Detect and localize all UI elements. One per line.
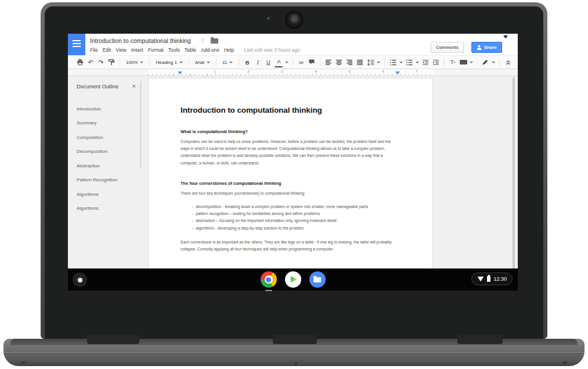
chevron-down-icon[interactable]	[399, 62, 403, 63]
comments-button[interactable]: Comments	[431, 42, 464, 53]
print-icon	[77, 59, 84, 66]
chevron-down-icon[interactable]	[285, 62, 288, 63]
document-outline-panel: Document Outline × Introduction Summary …	[68, 76, 142, 268]
numbered-list-button[interactable]	[389, 58, 397, 67]
insert-comment-button[interactable]	[308, 58, 316, 67]
move-to-folder-icon[interactable]	[211, 38, 218, 44]
align-justify-button[interactable]	[356, 58, 364, 67]
line-spacing-icon	[367, 59, 374, 66]
doc-heading-cornerstones: The four cornerstones of computational t…	[181, 180, 388, 187]
menu-insert[interactable]: Insert	[131, 47, 143, 53]
chevron-down-icon[interactable]	[377, 62, 380, 63]
system-tray[interactable]: 12:30	[471, 273, 513, 285]
files-app-icon[interactable]	[309, 271, 326, 288]
clear-formatting-button[interactable]: Tx	[449, 58, 457, 67]
align-right-button[interactable]	[345, 58, 353, 67]
align-center-button[interactable]	[335, 58, 343, 67]
google-docs-logo-icon[interactable]	[68, 34, 85, 55]
hinge	[87, 335, 139, 344]
chevron-down-icon	[229, 62, 233, 63]
webcam	[285, 11, 303, 29]
menu-file[interactable]: File	[90, 47, 98, 53]
chromeos-shelf: 12:30	[68, 268, 518, 291]
undo-button[interactable]: ↶	[86, 58, 95, 67]
outline-item-summary[interactable]: Summary	[77, 120, 96, 126]
doc-paragraph-1: Computers can be used to help us solve p…	[181, 138, 392, 167]
launcher-dot-icon	[78, 278, 82, 282]
print-button[interactable]	[76, 58, 84, 67]
outline-item-introduction[interactable]: Introduction	[77, 106, 101, 112]
increase-indent-button[interactable]	[432, 58, 440, 67]
outline-item-computation[interactable]: Computation	[77, 135, 103, 140]
doc-bullet-abstraction: -abstraction – focusing on the important…	[192, 217, 388, 224]
launcher-button[interactable]	[73, 273, 87, 287]
redo-button[interactable]: ↷	[97, 58, 105, 67]
star-icon[interactable]: ☆	[200, 37, 205, 44]
keyboard-icon	[460, 60, 467, 65]
menu-addons[interactable]: Add-ons	[201, 47, 219, 53]
comment-icon	[308, 59, 315, 66]
input-tools-button[interactable]	[459, 58, 467, 67]
rubber-foot	[294, 362, 298, 365]
italic-button[interactable]: I	[254, 58, 262, 67]
align-justify-icon	[356, 59, 363, 66]
font-select[interactable]: Arial	[193, 60, 212, 65]
font-size-select[interactable]: 11	[221, 60, 235, 65]
wifi-icon	[477, 277, 484, 282]
chevron-down-icon[interactable]	[416, 62, 419, 63]
insert-link-button[interactable]: ∞	[297, 58, 305, 67]
menu-table[interactable]: Table	[185, 47, 196, 53]
share-person-icon	[477, 45, 482, 50]
outline-item-algorithms[interactable]: Algorithms	[77, 192, 99, 197]
menu-view[interactable]: View	[116, 47, 126, 53]
share-label: Share	[484, 45, 497, 50]
bulleted-list-button[interactable]	[405, 58, 413, 67]
chrome-icon[interactable]	[261, 271, 277, 288]
window-caret-icon[interactable]	[503, 35, 508, 38]
docs-lines-glyph	[73, 40, 81, 49]
document-scrollbar[interactable]	[513, 77, 515, 268]
align-left-button[interactable]	[324, 58, 333, 67]
paint-format-button[interactable]	[107, 58, 116, 67]
outline-item-algorithms-2[interactable]: Algorithms	[77, 206, 99, 211]
toolbar-separator	[189, 59, 189, 66]
collapse-toolbar-button[interactable]	[504, 58, 512, 67]
menu-help[interactable]: Help	[224, 47, 234, 53]
editing-mode-button[interactable]	[481, 58, 489, 67]
toolbar-separator	[120, 59, 120, 66]
bold-button[interactable]: B	[243, 58, 251, 67]
document-page[interactable]: Introduction to computational thinking W…	[148, 78, 433, 268]
close-icon[interactable]: ×	[132, 83, 136, 89]
menu-edit[interactable]: Edit	[103, 47, 111, 53]
ruler: 1 2 3 4 5 6 7	[68, 69, 518, 76]
text-color-button[interactable]: A	[275, 57, 283, 67]
doc-paragraph-3: Each cornerstone is as important as the …	[181, 239, 392, 253]
left-indent-marker[interactable]	[178, 71, 182, 74]
outline-item-decomposition[interactable]: Decomposition	[77, 149, 107, 154]
zoom-select[interactable]: 100%	[124, 60, 145, 65]
paragraph-style-select[interactable]: Heading 1	[154, 60, 184, 65]
play-store-icon[interactable]	[285, 271, 301, 288]
outline-scrollbar[interactable]	[140, 81, 142, 168]
microphone-dot	[267, 17, 270, 20]
folder-icon	[313, 277, 321, 282]
outline-item-pattern-recognition[interactable]: Pattern Recognition	[77, 177, 117, 182]
underline-button[interactable]: U	[264, 58, 272, 67]
right-indent-marker[interactable]	[395, 71, 400, 74]
outdent-icon	[422, 59, 429, 66]
chevron-down-icon[interactable]	[492, 62, 495, 63]
menubar: File Edit View Insert Format Tools Table…	[90, 47, 300, 53]
clock: 12:30	[493, 276, 507, 282]
decrease-indent-button[interactable]	[421, 58, 430, 67]
docs-titlebar: Introduction to computational thinking ☆…	[68, 34, 518, 55]
last-edit-status[interactable]: Last edit was 3 hours ago	[244, 47, 300, 53]
hinge	[457, 335, 503, 344]
chevron-down-icon[interactable]	[470, 62, 473, 63]
line-spacing-button[interactable]	[366, 58, 374, 67]
document-title[interactable]: Introduction to computational thinking	[90, 37, 191, 44]
rubber-foot	[21, 361, 26, 364]
outline-item-abstraction[interactable]: Abstraction	[77, 163, 100, 169]
menu-format[interactable]: Format	[148, 47, 164, 53]
menu-tools[interactable]: Tools	[168, 47, 180, 53]
share-button[interactable]: Share	[471, 42, 502, 53]
